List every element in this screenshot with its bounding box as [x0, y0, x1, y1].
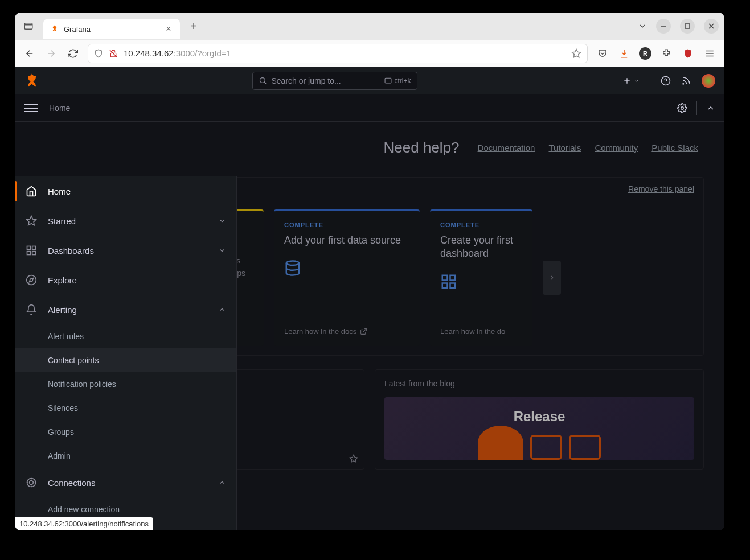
svg-rect-9	[442, 275, 448, 281]
shield-icon	[94, 49, 103, 58]
window-close-button[interactable]	[704, 19, 719, 34]
help-link-slack[interactable]: Public Slack	[651, 143, 698, 153]
tab-close-icon[interactable]: ×	[164, 24, 173, 34]
datasource-card[interactable]: COMPLETE Add your first data source Lear…	[274, 209, 420, 346]
svg-point-17	[27, 275, 36, 285]
app-menu-icon[interactable]	[703, 47, 716, 60]
pocket-icon[interactable]	[596, 47, 609, 60]
download-icon[interactable]	[617, 47, 631, 60]
help-link-docs[interactable]: Documentation	[478, 143, 535, 153]
nav-label: Home	[48, 187, 71, 196]
nav-connections[interactable]: Connections	[15, 468, 236, 497]
insecure-icon	[109, 49, 118, 58]
card-title: Add your first data source	[284, 234, 409, 247]
breadcrumb[interactable]: Home	[49, 104, 70, 113]
grafana-logo-icon[interactable]	[24, 73, 40, 89]
blog-release-text: Release	[514, 409, 565, 425]
forward-button[interactable]	[44, 47, 58, 60]
nav-label: Alerting	[48, 305, 77, 315]
window-minimize-button[interactable]	[656, 19, 671, 34]
nav-admin[interactable]: Admin	[15, 444, 236, 468]
tabs-dropdown-icon[interactable]	[638, 22, 647, 31]
card-footer: Learn how in the docs	[284, 327, 409, 336]
svg-point-19	[30, 481, 34, 485]
next-card-button[interactable]	[543, 261, 561, 295]
ublock-icon[interactable]	[681, 47, 695, 60]
news-icon[interactable]	[681, 76, 691, 86]
svg-rect-16	[27, 252, 31, 255]
browser-tab[interactable]: Grafana ×	[43, 19, 180, 39]
nav-notification-policies[interactable]: Notification policies	[15, 372, 236, 396]
browser-tabbar: Grafana × +	[15, 13, 724, 40]
chevron-up-icon	[218, 479, 226, 487]
svg-point-7	[681, 106, 684, 109]
help-icon[interactable]	[661, 76, 671, 86]
menu-toggle-button[interactable]	[24, 101, 38, 115]
svg-point-3	[260, 78, 265, 83]
svg-point-6	[683, 83, 684, 84]
bell-icon	[25, 303, 38, 316]
grafana-subheader: Home	[15, 94, 724, 122]
blog-panel: Latest from the blog Release	[375, 369, 704, 470]
plug-icon	[25, 476, 38, 489]
nav-dashboards[interactable]: Dashboards	[15, 236, 236, 265]
search-icon	[259, 76, 267, 85]
nav-home[interactable]: Home	[15, 176, 236, 206]
database-icon	[284, 260, 409, 277]
svg-rect-11	[450, 283, 456, 288]
svg-rect-12	[442, 283, 448, 288]
nav-groups[interactable]: Groups	[15, 420, 236, 444]
svg-rect-10	[450, 275, 456, 281]
search-placeholder: Search or jump to...	[272, 76, 341, 85]
bookmark-star-icon[interactable]	[571, 48, 581, 59]
remove-panel-link[interactable]: Remove this panel	[628, 184, 694, 193]
search-shortcut: ctrl+k	[384, 77, 411, 85]
card-tag: COMPLETE	[284, 221, 409, 228]
blog-hero[interactable]: Release	[384, 397, 694, 460]
nav-explore[interactable]: Explore	[15, 265, 236, 295]
status-tooltip: 10.248.34.62:3000/alerting/notifications	[15, 517, 153, 530]
search-input[interactable]: Search or jump to... ctrl+k	[252, 72, 417, 90]
help-link-tutorials[interactable]: Tutorials	[548, 143, 581, 153]
sidebar-nav: Home Starred Dashboards Explore	[15, 176, 237, 530]
help-link-community[interactable]: Community	[595, 143, 638, 153]
user-avatar[interactable]	[702, 74, 715, 88]
star-icon	[25, 215, 38, 227]
svg-rect-14	[32, 246, 36, 250]
add-button[interactable]	[622, 76, 640, 85]
new-tab-button[interactable]: +	[185, 17, 203, 35]
compass-icon	[25, 274, 38, 286]
extensions-icon[interactable]	[659, 47, 673, 60]
grid-icon	[440, 273, 522, 290]
home-icon	[25, 185, 38, 197]
card-tag: COMPLETE	[440, 221, 522, 228]
nav-label: Connections	[48, 478, 95, 488]
nav-silences[interactable]: Silences	[15, 396, 236, 420]
tab-history-icon[interactable]	[21, 18, 36, 34]
svg-rect-4	[386, 78, 392, 83]
nav-alert-rules[interactable]: Alert rules	[15, 324, 236, 348]
url-text: 10.248.34.62:3000/?orgId=1	[124, 48, 231, 58]
back-button[interactable]	[23, 47, 36, 60]
collapse-icon[interactable]	[706, 104, 715, 113]
external-link-icon	[360, 328, 367, 335]
reload-button[interactable]	[66, 47, 80, 60]
svg-rect-15	[32, 252, 36, 255]
blog-label: Latest from the blog	[384, 379, 694, 388]
extension-badge-r[interactable]: R	[639, 47, 651, 60]
nav-starred[interactable]: Starred	[15, 206, 236, 236]
grafana-favicon	[50, 24, 59, 34]
dashboard-card[interactable]: COMPLETE Create your first dashboard Lea…	[430, 209, 532, 346]
nav-label: Dashboards	[48, 246, 94, 256]
card-footer: Learn how in the do	[440, 327, 522, 336]
url-bar[interactable]: 10.248.34.62:3000/?orgId=1	[88, 44, 588, 63]
settings-icon[interactable]	[677, 103, 687, 113]
card-title: Create your first dashboard	[440, 234, 522, 261]
nav-contact-points[interactable]: Contact points	[15, 348, 236, 372]
star-icon[interactable]	[349, 454, 358, 463]
window-maximize-button[interactable]	[680, 19, 695, 34]
svg-point-18	[27, 479, 36, 487]
tab-title: Grafana	[64, 25, 159, 34]
svg-rect-1	[685, 24, 690, 28]
nav-alerting[interactable]: Alerting	[15, 295, 236, 324]
